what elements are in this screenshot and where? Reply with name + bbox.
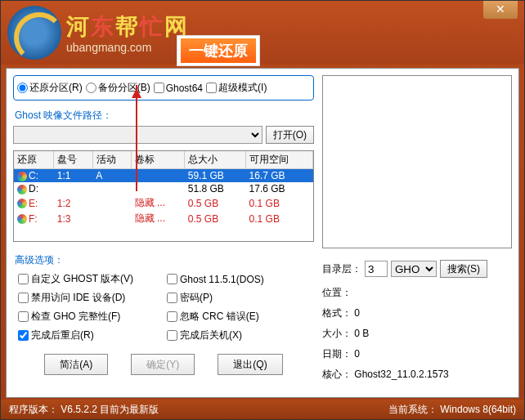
- size-line: 大小： 0 B: [322, 327, 512, 341]
- status-right: 当前系统： Windows 8(64bit): [388, 403, 516, 417]
- open-button[interactable]: 打开(O): [266, 126, 314, 144]
- opt-check-gho[interactable]: 检查 GHO 完整性(F): [18, 310, 160, 324]
- app-window: ✕ 河东帮忙网 ubangmang.com 一键还原 还原分区(R) 备份分区(…: [0, 0, 525, 420]
- table-header[interactable]: 还原: [14, 151, 54, 169]
- mode-backup-radio[interactable]: [86, 83, 96, 93]
- exit-button[interactable]: 退出(Q): [218, 354, 282, 375]
- table-row[interactable]: C:1:1A59.1 GB16.7 GB: [14, 169, 313, 183]
- logo-subtitle: ubangmang.com: [66, 41, 189, 54]
- table-header[interactable]: 盘号: [54, 151, 92, 169]
- logo-icon: [7, 6, 61, 60]
- mode-ghost64[interactable]: Ghost64: [154, 81, 203, 95]
- opt-reboot[interactable]: 完成后重启(R): [18, 328, 160, 342]
- table-row[interactable]: E:1:2隐藏 ...0.5 GB0.1 GB: [14, 195, 313, 211]
- advanced-label: 高级选项：: [15, 253, 314, 267]
- table-header[interactable]: 可用空间: [246, 151, 313, 169]
- logo-title: 河东帮忙网: [66, 11, 189, 42]
- preview-box: [322, 75, 512, 248]
- dir-level-input[interactable]: [365, 261, 388, 277]
- date-line: 日期： 0: [322, 347, 512, 361]
- partition-table[interactable]: 还原盘号活动卷标总大小可用空间 C:1:1A59.1 GB16.7 GBD:51…: [13, 150, 314, 242]
- content-area: 还原分区(R) 备份分区(B) Ghost64 超级模式(I) Ghost 映像…: [6, 68, 519, 398]
- search-button[interactable]: 搜索(S): [440, 260, 487, 278]
- table-header[interactable]: 卷标: [132, 151, 185, 169]
- mode-restore-radio[interactable]: [17, 83, 28, 93]
- logo-area: 河东帮忙网 ubangmang.com: [7, 6, 189, 60]
- table-header[interactable]: 活动: [92, 151, 131, 169]
- side-panel: 目录层： GHO 搜索(S) 位置： 格式： 0 大小： 0 B 日期： 0 核…: [322, 75, 512, 388]
- ext-select[interactable]: GHO: [391, 261, 437, 277]
- mode-super[interactable]: 超级模式(I): [206, 81, 267, 95]
- core-line: 核心： Ghost32_11.0.2.1573: [322, 368, 512, 382]
- ok-button[interactable]: 确定(Y): [131, 354, 195, 375]
- opt-shutdown[interactable]: 完成后关机(X): [167, 328, 309, 342]
- opt-custom-version[interactable]: 自定义 GHOST 版本(V): [18, 272, 160, 286]
- table-header[interactable]: 总大小: [185, 151, 246, 169]
- ghost-path-select[interactable]: [13, 126, 262, 144]
- main-panel: 还原分区(R) 备份分区(B) Ghost64 超级模式(I) Ghost 映像…: [13, 75, 314, 375]
- statusbar: 程序版本： V6.5.2.2 目前为最新版 当前系统： Windows 8(64…: [1, 400, 524, 419]
- opt-ghost1151[interactable]: Ghost 11.5.1(DOS): [167, 272, 309, 286]
- mode-ghost64-check[interactable]: [154, 83, 164, 93]
- table-row[interactable]: D:51.8 GB17.6 GB: [14, 182, 313, 195]
- opt-ignore-crc[interactable]: 忽略 CRC 错误(E): [167, 310, 309, 324]
- pos-line: 位置：: [322, 286, 512, 300]
- opt-deny-ide[interactable]: 禁用访问 IDE 设备(D): [18, 291, 160, 305]
- mode-group: 还原分区(R) 备份分区(B) Ghost64 超级模式(I): [13, 75, 314, 101]
- table-row[interactable]: F:1:3隐藏 ...0.5 GB0.1 GB: [14, 211, 313, 226]
- mode-restore[interactable]: 还原分区(R): [17, 81, 83, 95]
- format-line: 格式： 0: [322, 306, 512, 320]
- mode-super-check[interactable]: [206, 83, 217, 93]
- status-left: 程序版本： V6.5.2.2 目前为最新版: [9, 403, 159, 417]
- close-button[interactable]: ✕: [483, 1, 518, 19]
- opt-password[interactable]: 密码(P): [167, 291, 309, 305]
- simplify-button[interactable]: 简洁(A): [44, 354, 108, 375]
- mode-backup[interactable]: 备份分区(B): [86, 81, 150, 95]
- titlebar: ✕ 河东帮忙网 ubangmang.com 一键还原: [1, 1, 524, 65]
- dir-level-label: 目录层：: [322, 262, 361, 276]
- one-key-restore-badge[interactable]: 一键还原: [177, 35, 260, 66]
- ghost-path-label: Ghost 映像文件路径：: [15, 109, 314, 123]
